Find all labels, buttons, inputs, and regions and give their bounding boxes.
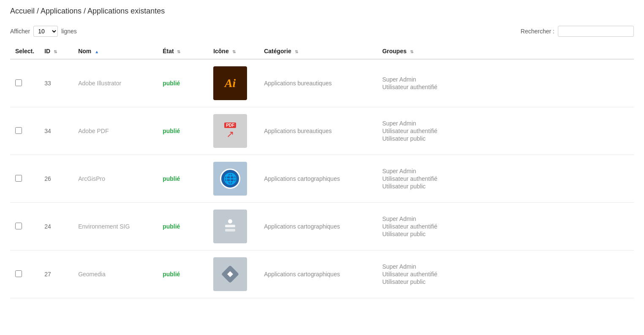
group-item: Super Admin [382, 76, 629, 83]
table-row: 26ArcGisPropublié 🌐 Applications cartogr… [10, 155, 634, 203]
groups-list: Super AdminUtilisateur authentifiéUtilis… [382, 120, 629, 142]
toolbar: Afficher 10 25 50 100 lignes Rechercher … [10, 26, 634, 37]
geo-icon [213, 257, 247, 291]
cell-nom: Environnement SIG [73, 203, 158, 251]
cell-nom: Geomedia [73, 251, 158, 298]
groups-list: Super AdminUtilisateur authentifiéUtilis… [382, 215, 629, 237]
col-header-id[interactable]: ID ⇅ [39, 44, 73, 59]
cell-groupes: Super AdminUtilisateur authentifié [377, 59, 634, 107]
geo-svg [220, 264, 241, 285]
pdf-icon: PDF ↗ [213, 114, 247, 148]
show-label: Afficher [10, 28, 30, 35]
groups-list: Super AdminUtilisateur authentifiéUtilis… [382, 263, 629, 285]
cell-icone [208, 251, 259, 298]
cell-select [10, 155, 39, 203]
sort-icon-nom: ▲ [95, 49, 99, 54]
col-header-groupes[interactable]: Groupes ⇅ [377, 44, 634, 59]
sort-icon-icone: ⇅ [232, 49, 236, 54]
ai-icon: Ai [213, 66, 247, 100]
cell-groupes: Super AdminUtilisateur authentifiéUtilis… [377, 203, 634, 251]
sort-icon-groupes: ⇅ [410, 49, 413, 54]
search-input[interactable] [558, 26, 634, 37]
group-item: Super Admin [382, 120, 629, 127]
rows-select[interactable]: 10 25 50 100 [33, 26, 58, 37]
cell-nom: ArcGisPro [73, 155, 158, 203]
status-badge: publié [163, 80, 180, 87]
sort-icon-etat: ⇅ [177, 49, 180, 54]
groups-list: Super AdminUtilisateur authentifié [382, 76, 629, 90]
groups-list: Super AdminUtilisateur authentifiéUtilis… [382, 168, 629, 190]
cell-id: 34 [39, 107, 73, 155]
group-item: Super Admin [382, 263, 629, 270]
row-checkbox[interactable] [15, 223, 22, 229]
applications-table: Select. ID ⇅ Nom ▲ État ⇅ Icône ⇅ [10, 44, 634, 298]
col-header-nom[interactable]: Nom ▲ [73, 44, 158, 59]
page-wrapper: Accueil / Applications / Applications ex… [0, 0, 644, 335]
col-header-icone[interactable]: Icône ⇅ [208, 44, 259, 59]
cell-select [10, 251, 39, 298]
cell-etat: publié [158, 155, 208, 203]
sort-icon-id: ⇅ [54, 49, 57, 54]
row-checkbox[interactable] [15, 270, 22, 277]
status-badge: publié [163, 271, 180, 278]
group-item: Utilisateur authentifié [382, 128, 629, 134]
cell-categorie: Applications bureautiques [259, 107, 377, 155]
cell-id: 24 [39, 203, 73, 251]
group-item: Utilisateur authentifié [382, 223, 629, 230]
pdf-icon-inner: PDF ↗ [224, 123, 236, 140]
lines-label: lignes [61, 28, 77, 35]
cell-id: 33 [39, 59, 73, 107]
group-item: Utilisateur authentifié [382, 84, 629, 90]
cell-groupes: Super AdminUtilisateur authentifiéUtilis… [377, 155, 634, 203]
svg-rect-1 [225, 225, 235, 227]
cell-etat: publié [158, 59, 208, 107]
row-checkbox[interactable] [15, 127, 22, 134]
group-item: Super Admin [382, 168, 629, 174]
status-badge: publié [163, 128, 180, 134]
sig-svg [222, 218, 239, 235]
cell-id: 27 [39, 251, 73, 298]
table-header-row: Select. ID ⇅ Nom ▲ État ⇅ Icône ⇅ [10, 44, 634, 59]
arcgis-globe: 🌐 [223, 172, 237, 185]
group-item: Super Admin [382, 215, 629, 222]
cell-nom: Adobe PDF [73, 107, 158, 155]
group-item: Utilisateur authentifié [382, 271, 629, 278]
status-badge: publié [163, 223, 180, 230]
ai-icon-text: Ai [225, 76, 236, 90]
toolbar-left: Afficher 10 25 50 100 lignes [10, 26, 77, 37]
row-checkbox[interactable] [15, 175, 22, 182]
cell-categorie: Applications cartographiques [259, 251, 377, 298]
cell-icone: PDF ↗ [208, 107, 259, 155]
cell-nom: Adobe Illustrator [73, 59, 158, 107]
cell-groupes: Super AdminUtilisateur authentifiéUtilis… [377, 107, 634, 155]
search-label: Rechercher : [521, 28, 554, 35]
group-item: Utilisateur authentifié [382, 175, 629, 182]
cell-select [10, 107, 39, 155]
toolbar-right: Rechercher : [521, 26, 634, 37]
cell-groupes: Super AdminUtilisateur authentifiéUtilis… [377, 251, 634, 298]
row-checkbox[interactable] [15, 79, 22, 86]
cell-etat: publié [158, 251, 208, 298]
pdf-label: PDF [224, 123, 236, 128]
cell-icone [208, 203, 259, 251]
svg-point-0 [228, 219, 232, 223]
col-header-etat[interactable]: État ⇅ [158, 44, 208, 59]
table-row: 27Geomediapublié Applications cartograph… [10, 251, 634, 298]
col-header-select: Select. [10, 44, 39, 59]
cell-categorie: Applications cartographiques [259, 203, 377, 251]
group-item: Utilisateur public [382, 135, 629, 142]
sort-icon-categorie: ⇅ [295, 49, 298, 54]
group-item: Utilisateur public [382, 231, 629, 237]
arcgis-icon: 🌐 [213, 162, 247, 196]
breadcrumb: Accueil / Applications / Applications ex… [10, 7, 634, 16]
table-row: 34Adobe PDFpublié PDF ↗ Applications bur… [10, 107, 634, 155]
cell-categorie: Applications cartographiques [259, 155, 377, 203]
group-item: Utilisateur public [382, 183, 629, 190]
status-badge: publié [163, 175, 180, 182]
col-header-categorie[interactable]: Catégorie ⇅ [259, 44, 377, 59]
sig-icon [213, 210, 247, 243]
group-item: Utilisateur public [382, 278, 629, 285]
cell-etat: publié [158, 203, 208, 251]
arcgis-circle: 🌐 [220, 169, 240, 189]
cell-id: 26 [39, 155, 73, 203]
